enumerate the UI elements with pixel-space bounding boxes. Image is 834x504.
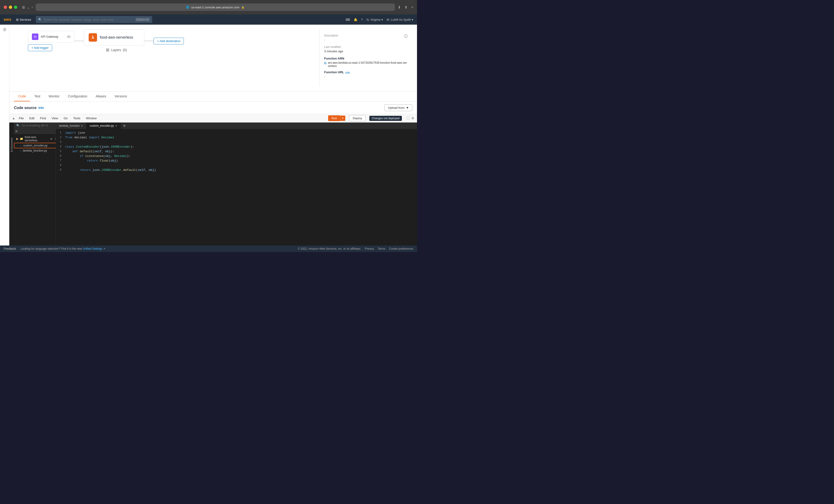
cookie-preferences-link[interactable]: Cookie preferences <box>389 247 413 250</box>
tab-aliases[interactable]: Aliases <box>91 92 110 101</box>
deploy-button[interactable]: Deploy <box>349 115 365 121</box>
edit-menu[interactable]: Edit <box>27 116 36 121</box>
right-panel: ⓘ Description - Last modified 3 minutes … <box>319 29 412 87</box>
hamburger-icon[interactable]: ☰ <box>3 27 6 32</box>
copy-icon[interactable]: ⧉ <box>324 61 327 65</box>
test-dropdown-button[interactable]: ▾ <box>340 116 345 121</box>
new-tab-icon[interactable]: + <box>411 5 413 9</box>
share-icon[interactable]: ⬆ <box>404 5 408 9</box>
grid-icon: ⊞ <box>16 18 19 21</box>
feedback-link[interactable]: Feedback <box>4 247 16 250</box>
minimize-button[interactable] <box>9 5 12 9</box>
external-link-icon: ↗ <box>103 247 105 250</box>
traffic-lights <box>4 5 17 9</box>
unified-settings-link[interactable]: Unified Settings <box>83 247 102 250</box>
python-file-icon: ◇ <box>20 150 21 152</box>
layers-label: Layers <box>111 48 121 52</box>
main-wrapper: ☰ H API Gateway (6) + Add trigger <box>0 25 417 246</box>
download-icon[interactable]: ⬇ <box>398 5 401 9</box>
help-icon[interactable]: ? <box>361 18 363 21</box>
test-button[interactable]: Test <box>328 115 340 121</box>
explorer-content: ▶ 📁 food-aws-serverless ⚙ ＋ ◇ custom_enc… <box>14 134 59 154</box>
test-btn-group: Test ▾ <box>328 115 346 121</box>
code-line-2: 2 from decimal import Decimal <box>56 136 417 140</box>
cloudshell-icon[interactable]: ⌨ <box>346 18 350 21</box>
lock-icon: 🔒 <box>241 6 245 9</box>
terms-link[interactable]: Terms <box>378 247 385 250</box>
collapse-icon[interactable]: ▲ <box>12 116 15 120</box>
add-tab-button[interactable]: ⊕ <box>121 122 128 129</box>
copyright-text: © 2022, Amazon Web Services, Inc. or its… <box>298 247 361 250</box>
footer: Feedback Looking for language selection?… <box>0 246 417 252</box>
close-button[interactable] <box>4 5 7 9</box>
folder-item[interactable]: ▶ 📁 food-aws-serverless ⚙ ＋ <box>14 135 59 143</box>
bell-icon[interactable]: 🔔 <box>354 18 357 21</box>
services-nav-item[interactable]: ⊞ Services <box>14 17 33 22</box>
folder-name: food-aws-serverless <box>25 136 48 142</box>
find-menu[interactable]: Find <box>38 116 48 121</box>
sidebar-toggle: ☰ <box>0 25 9 246</box>
tab-versions[interactable]: Versions <box>110 92 131 101</box>
region-selector[interactable]: N. Virginia ▾ <box>367 18 383 21</box>
tab-close-icon[interactable]: × <box>115 124 117 128</box>
search-icon: 🔍 <box>16 124 20 127</box>
go-menu[interactable]: Go <box>62 116 69 121</box>
gear-icon[interactable]: ⚙ <box>50 138 52 140</box>
privacy-link[interactable]: Privacy <box>365 247 374 250</box>
aws-nav: aws ⊞ Services 🔍 [Option+S] ⌨ 🔔 ? N. Vir… <box>0 15 417 25</box>
search-bar[interactable]: 🔍 [Option+S] <box>36 16 152 23</box>
settings-icon[interactable]: ⚙ <box>412 116 414 120</box>
arn-value: arn:aws:lambda:us-east-1:547333917530:fu… <box>328 61 408 68</box>
info-icon[interactable]: ⓘ <box>404 34 408 39</box>
user-menu[interactable]: M. Luthfi As Syafii ▾ <box>387 18 413 21</box>
tab-label: lambda_function <box>59 124 80 128</box>
editor-tab-lambda[interactable]: lambda_function × <box>56 122 86 129</box>
file-item-lambda-function[interactable]: ◇ lambda_function.py <box>14 148 59 153</box>
code-line-7: 7 return float(obj) <box>56 159 417 164</box>
back-icon[interactable]: ‹ <box>32 5 33 9</box>
code-line-5: 5 def default(self, obj): <box>56 150 417 154</box>
code-content[interactable]: 1 import json 2 from decimal import Deci… <box>56 129 417 246</box>
function-url-info-link[interactable]: Info <box>345 71 350 74</box>
add-destination-button[interactable]: + Add destination <box>154 38 184 44</box>
tab-code[interactable]: Code <box>14 92 30 101</box>
description-label: Description <box>324 34 408 37</box>
chevron-down-icon: ▾ <box>381 18 383 21</box>
layers-icon: ⊞ <box>106 47 109 52</box>
upload-from-button[interactable]: Upload from ▼ <box>385 105 412 111</box>
tab-configuration[interactable]: Configuration <box>64 92 91 101</box>
tools-menu[interactable]: Tools <box>71 116 82 121</box>
aws-logo: aws <box>4 18 12 22</box>
search-input[interactable] <box>44 18 134 21</box>
toolbar-right-icons: ⛶ ⚙ <box>407 116 414 120</box>
explorer-search-input[interactable] <box>22 124 57 127</box>
add-trigger-button[interactable]: + Add trigger <box>28 44 52 51</box>
address-bar[interactable]: 🌐 us-east-1.console.aws.amazon.com 🔒 <box>36 3 395 11</box>
diagram-area: H API Gateway (6) + Add trigger λ food-a… <box>9 25 417 92</box>
tab-close-icon[interactable]: × <box>81 124 83 128</box>
file-name: custom_encoder.py <box>23 144 47 147</box>
editor-container: Environment 🔍 ⊞ ▶ <box>9 122 417 246</box>
tab-test[interactable]: Test <box>30 92 44 101</box>
view-menu[interactable]: View <box>50 116 60 121</box>
fullscreen-icon[interactable]: ⛶ <box>407 116 410 120</box>
sidebar-toggle-icon[interactable]: ⊞ <box>22 5 25 9</box>
file-tree-icon: ⊞ <box>15 129 18 133</box>
code-line-9: 9 return json.JSONEncoder.default(self, … <box>56 168 417 173</box>
python-file-icon: ◇ <box>20 144 22 147</box>
chevron-down-icon[interactable]: ⌄ <box>27 5 30 9</box>
tab-monitor[interactable]: Monitor <box>44 92 64 101</box>
code-source-info-link[interactable]: Info <box>38 106 44 110</box>
site-icon: 🌐 <box>186 5 190 9</box>
footer-right: © 2022, Amazon Web Services, Inc. or its… <box>298 247 413 250</box>
window-menu[interactable]: Window <box>84 116 98 121</box>
function-arn-section: Function ARN ⧉ arn:aws:lambda:us-east-1:… <box>324 57 408 68</box>
file-menu[interactable]: File <box>17 116 26 121</box>
api-gateway-count: (6) <box>67 35 70 38</box>
maximize-button[interactable] <box>14 5 17 9</box>
file-item-custom-encoder[interactable]: ◇ custom_encoder.py <box>14 143 59 148</box>
editor-tab-custom-encoder[interactable]: custom_encoder.py × <box>86 122 120 129</box>
code-line-4: 4 class CustomEncoder(json.JSONEncoder): <box>56 145 417 150</box>
tab-label: custom_encoder.py <box>90 124 114 128</box>
function-url-value: - <box>324 75 408 78</box>
